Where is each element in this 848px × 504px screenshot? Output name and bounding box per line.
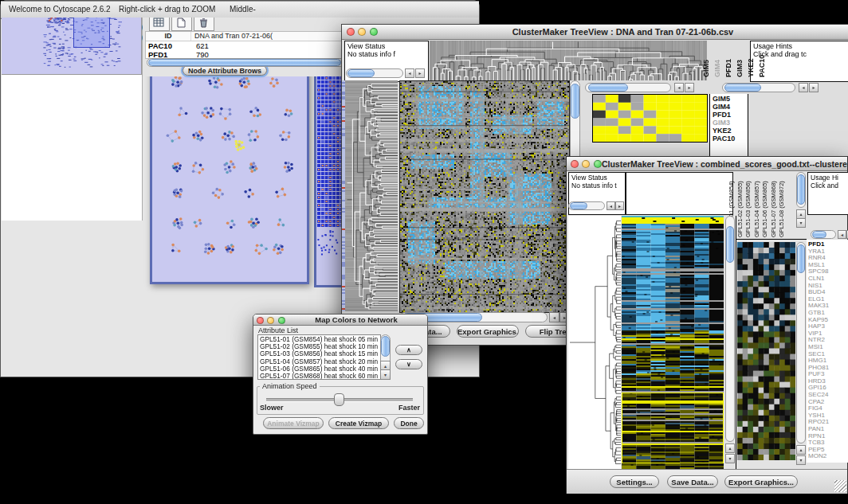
data-panel-toolbar-table-icon[interactable] — [149, 15, 170, 31]
close-button[interactable] — [571, 160, 579, 168]
scroll-right-button[interactable]: ▸ — [809, 83, 819, 92]
scroll-left-button[interactable]: ◂ — [405, 68, 414, 78]
treeview-combined-window: ClusterMaker TreeView : combined_scores_… — [566, 156, 848, 494]
gene-label-panel: PFD1YRA1RNR4MSL1SPC98CLN1NIS1BUD4ELG1MAK… — [807, 240, 848, 463]
view-status-title: View Status — [569, 173, 625, 182]
column-label[interactable]: GPL51-03 (GSM856) — [744, 181, 752, 237]
usage-hints-text: Click and — [808, 182, 848, 189]
row-dendrogram-canvas[interactable] — [345, 80, 398, 311]
close-button[interactable] — [347, 28, 355, 36]
gene-label[interactable]: MON2 — [808, 453, 848, 460]
settings-button[interactable]: Settings... — [610, 475, 659, 488]
save-data-button[interactable]: Save Data... — [667, 475, 718, 488]
scrollbar-thumb[interactable] — [724, 84, 761, 92]
scroll-right-button[interactable]: ▸ — [415, 68, 425, 78]
column-label[interactable]: YKE2 — [748, 58, 755, 77]
column-label[interactable]: GPL51-06 (GSM865) — [761, 181, 768, 237]
gene-label[interactable]: PFD1 — [713, 111, 748, 119]
zoom-heatmap-canvas[interactable] — [737, 242, 795, 460]
move-up-button[interactable]: ∧ — [395, 345, 422, 355]
scroll-right-button[interactable]: ▸ — [685, 83, 694, 92]
slower-label: Slower — [260, 404, 284, 412]
scrollbar-thumb[interactable] — [797, 244, 805, 273]
done-button[interactable]: Done — [394, 417, 424, 429]
scroll-left-button[interactable]: ◂ — [607, 201, 615, 210]
status-welcome: Welcome to Cytoscape 2.6.2 — [9, 5, 111, 14]
scrollbar-thumb[interactable] — [570, 202, 587, 209]
export-graphics-button[interactable]: Export Graphics... — [457, 325, 519, 338]
gene-label[interactable]: GIM5 — [713, 95, 748, 103]
scroll-left-button[interactable]: ◂ — [549, 312, 559, 322]
data-panel-new-doc-icon[interactable] — [171, 15, 192, 31]
minimize-button[interactable] — [267, 317, 274, 324]
minimize-button[interactable] — [582, 160, 590, 168]
minimize-button[interactable] — [358, 28, 366, 36]
dialog-title: Map Colors to Network — [285, 315, 427, 324]
birdseye-viewport[interactable] — [73, 14, 110, 48]
slider-thumb[interactable] — [334, 393, 344, 406]
scrollbar-thumb[interactable] — [812, 231, 826, 238]
global-heatmap-canvas[interactable] — [399, 80, 570, 313]
view-status-text: No status info t — [569, 182, 625, 189]
scroll-down-button[interactable]: ▾ — [380, 369, 391, 380]
move-down-button[interactable]: ∨ — [395, 359, 422, 369]
attribute-listbox[interactable]: GPL51-01 (GSM854) heat shock 05 minGPL51… — [257, 334, 381, 380]
panel-divider — [736, 239, 807, 240]
scroll-down-button[interactable]: ▾ — [796, 455, 806, 465]
column-label[interactable]: GPL51-02 (GSM855) — [736, 181, 744, 237]
status-bar: Welcome to Cytoscape 2.6.2 Right-click +… — [1, 1, 479, 18]
data-panel-delete-trash-icon[interactable] — [194, 15, 214, 31]
column-label[interactable]: GIM5 — [703, 60, 710, 77]
scroll-right-button[interactable]: ▸ — [615, 201, 624, 210]
column-label[interactable]: GPL51-07 (GSM868) — [770, 181, 777, 237]
column-label[interactable]: GPL51-08 (GSM872) — [778, 181, 785, 237]
zoom-button[interactable] — [278, 317, 285, 324]
scroll-down-button[interactable]: ▾ — [725, 454, 735, 463]
scrollbar-thumb[interactable] — [588, 84, 628, 92]
scrollbar-thumb[interactable] — [347, 69, 375, 77]
treeview-dna-title: ClusterMaker TreeView : DNA and Tran 07-… — [378, 27, 848, 37]
column-label[interactable]: GIM4 — [714, 60, 721, 77]
treeview-combined-title-bar[interactable]: ClusterMaker TreeView : combined_scores_… — [567, 157, 847, 171]
gene-label[interactable]: YKE2 — [713, 127, 748, 135]
network-view-canvas[interactable] — [152, 43, 307, 282]
scroll-left-button[interactable]: ◂ — [674, 83, 684, 92]
scroll-down-button[interactable]: ▾ — [796, 218, 806, 228]
status-zoom-hint: Right-click + drag to ZOOM — [119, 5, 215, 14]
dialog-title-bar[interactable]: Map Colors to Network — [253, 315, 427, 326]
gene-label[interactable]: GIM3 — [713, 119, 748, 127]
column-label[interactable]: GPL51-04 (GSM857) — [753, 181, 760, 237]
column-label[interactable]: PFD1 — [725, 59, 732, 77]
column-label[interactable]: GIM3 — [736, 60, 744, 77]
view-status-text: No status info f — [345, 50, 428, 58]
zoom-heatmap-canvas[interactable] — [593, 95, 707, 142]
scrollbar-thumb[interactable] — [726, 226, 734, 263]
gene-label[interactable]: PAC10 — [713, 135, 748, 143]
attribute-list-item[interactable]: GPL51-07 (GSM868) heat shock 60 min — [260, 373, 380, 380]
scroll-up-button[interactable]: ▴ — [796, 445, 806, 455]
scroll-left-button[interactable]: ◂ — [799, 83, 808, 92]
treeview-dna-title-bar[interactable]: ClusterMaker TreeView : DNA and Tran 07-… — [342, 25, 848, 40]
data-column-id[interactable]: ID — [146, 32, 191, 41]
scrollbar-thumb[interactable] — [381, 336, 390, 357]
column-dendrogram-canvas[interactable] — [430, 41, 707, 80]
create-vizmap-button[interactable]: Create Vizmap — [328, 417, 389, 429]
animate-vizmap-button[interactable]: Animate Vizmap — [263, 417, 324, 429]
resize-grip[interactable] — [834, 480, 846, 492]
global-heatmap-canvas[interactable] — [622, 216, 724, 469]
export-graphics-button[interactable]: Export Graphics... — [724, 475, 798, 488]
scroll-up-button[interactable]: ▴ — [725, 443, 735, 453]
attribute-list-label: Attribute List — [258, 326, 298, 334]
column-label[interactable]: PAC10 — [759, 55, 766, 77]
scroll-left-button[interactable]: ◂ — [838, 230, 846, 239]
zoom-button[interactable] — [594, 160, 602, 168]
row-dendrogram-canvas[interactable] — [568, 216, 621, 469]
gene-label[interactable]: GIM4 — [713, 103, 748, 111]
panel-divider — [736, 216, 736, 469]
data-cell[interactable]: PAC10 — [146, 41, 193, 50]
zoom-button[interactable] — [370, 28, 378, 36]
scrollbar-thumb[interactable] — [797, 174, 805, 205]
scrollbar-thumb[interactable] — [571, 84, 579, 119]
scrollbar-thumb[interactable] — [148, 59, 341, 66]
close-button[interactable] — [257, 317, 264, 324]
